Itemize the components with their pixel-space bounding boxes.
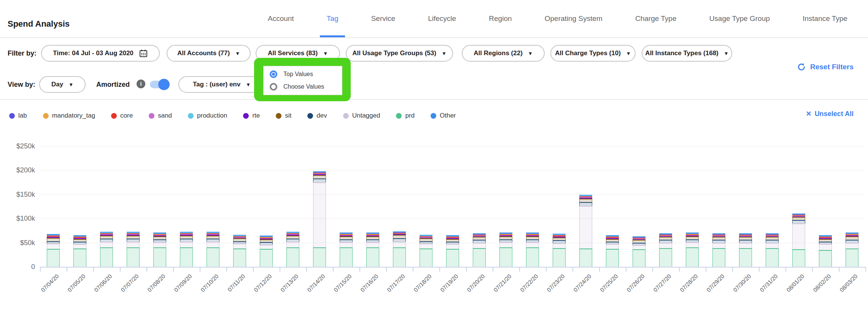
bar-segment-dev	[207, 239, 219, 242]
x-tick	[306, 267, 307, 272]
reset-filters-button[interactable]: Reset Filters	[796, 62, 854, 72]
bar-stack-07/31/20[interactable]	[766, 233, 779, 267]
filter-pill-all-instance-types-168-[interactable]: All Instance Types (168)▼	[642, 45, 732, 62]
tab-operating-system[interactable]: Operating System	[543, 0, 604, 37]
legend-item-production[interactable]: production	[188, 112, 227, 119]
bar-stack-07/05/20[interactable]	[73, 235, 86, 267]
x-tick	[626, 267, 626, 272]
x-tick	[785, 267, 786, 272]
highlight-annotation: Top ValuesChoose Values	[254, 58, 351, 101]
tab-lifecycle[interactable]: Lifecycle	[426, 0, 458, 37]
tab-charge-type[interactable]: Charge Type	[634, 0, 678, 37]
bar-stack-07/27/20[interactable]	[659, 233, 672, 267]
bar-segment-prd	[633, 249, 645, 267]
bar-segment-Untagged	[446, 244, 459, 249]
bar-stack-07/14/20[interactable]	[313, 171, 326, 267]
legend-item-rte[interactable]: rte	[243, 112, 260, 119]
bar-stack-07/08/20[interactable]	[153, 233, 166, 267]
bar-stack-07/12/20[interactable]	[260, 236, 273, 267]
bar-segment-sit	[207, 236, 219, 239]
bar-segment-prd	[100, 247, 113, 267]
x-tick	[200, 267, 200, 272]
bar-segment-Untagged	[739, 243, 752, 248]
bar-stack-07/06/20[interactable]	[100, 232, 113, 267]
bar-stack-07/18/20[interactable]	[420, 235, 432, 267]
tab-account[interactable]: Account	[266, 0, 296, 37]
x-tick	[280, 267, 280, 272]
bar-stack-07/26/20[interactable]	[633, 236, 645, 267]
x-axis-label: 08/01/20	[785, 273, 805, 293]
filter-pill-all-accounts-77-[interactable]: All Accounts (77)▼	[167, 45, 251, 62]
legend-item-other[interactable]: Other	[431, 112, 456, 119]
legend-item-core[interactable]: core	[111, 112, 133, 119]
legend-item-label: production	[197, 112, 227, 119]
bar-stack-07/09/20[interactable]	[180, 232, 193, 267]
tab-service[interactable]: Service	[370, 0, 397, 37]
bar-stack-07/22/20[interactable]	[526, 233, 539, 267]
chevron-down-icon: ▼	[442, 51, 447, 56]
interval-select[interactable]: Day ▼	[39, 76, 86, 93]
bar-stack-07/21/20[interactable]	[499, 233, 512, 267]
legend-item-lab[interactable]: lab	[9, 112, 27, 119]
bar-segment-sit	[579, 199, 592, 202]
bar-segment-prd	[606, 249, 619, 267]
tab-tag[interactable]: Tag	[325, 0, 340, 37]
filter-pill-all-charge-types-10-[interactable]: All Charge Types (10)▼	[550, 45, 636, 62]
bar-stack-07/29/20[interactable]	[712, 233, 725, 267]
bar-stack-07/28/20[interactable]	[686, 233, 699, 267]
dropdown-option-choose-values[interactable]: Choose Values	[270, 83, 342, 91]
legend-dot	[396, 113, 402, 119]
bar-stack-07/15/20[interactable]	[340, 233, 353, 267]
bar-stack-07/07/20[interactable]	[127, 232, 140, 267]
filter-pill-all-regions-22-[interactable]: All Regions (22)▼	[462, 45, 545, 62]
legend-item-untagged[interactable]: Untagged	[343, 112, 380, 119]
bar-segment-dev	[766, 240, 779, 243]
amortized-toggle[interactable]	[150, 81, 168, 88]
legend-dot	[343, 113, 349, 119]
bar-stack-07/10/20[interactable]	[207, 232, 219, 267]
radio-selected-icon[interactable]	[270, 70, 277, 78]
bar-stack-07/11/20[interactable]	[233, 235, 246, 267]
bar-segment-Untagged	[47, 244, 60, 249]
bar-stack-08/02/20[interactable]	[819, 235, 832, 267]
x-axis-label: 07/20/20	[466, 273, 486, 293]
filter-pill-label: All Instance Types (168)	[645, 49, 718, 57]
legend-item-dev[interactable]: dev	[307, 112, 327, 119]
info-icon[interactable]: i	[137, 80, 145, 88]
bar-stack-07/23/20[interactable]	[553, 234, 566, 267]
tag-select[interactable]: Tag : (user) env ▼	[178, 76, 265, 93]
bar-stack-08/03/20[interactable]	[846, 233, 858, 267]
bar-stack-07/16/20[interactable]	[366, 233, 379, 267]
gridline	[40, 170, 865, 170]
tab-usage-type-group[interactable]: Usage Type Group	[708, 0, 771, 37]
bar-stack-07/30/20[interactable]	[739, 233, 752, 267]
bar-stack-07/13/20[interactable]	[286, 232, 299, 267]
x-tick	[120, 267, 121, 272]
tab-instance-type[interactable]: Instance Type	[801, 0, 849, 37]
filter-pill-all-usage-type-groups-53-[interactable]: All Usage Type Groups (53)▼	[346, 45, 453, 62]
bar-stack-07/24/20[interactable]	[579, 195, 592, 267]
legend-item-sit[interactable]: sit	[276, 112, 291, 119]
legend-item-sand[interactable]: sand	[149, 112, 172, 119]
x-tick	[706, 267, 706, 272]
bar-segment-dev	[313, 178, 326, 182]
y-axis-label: $150k	[3, 191, 35, 199]
x-tick	[173, 267, 174, 272]
legend-dot	[149, 113, 154, 119]
time-range-pill[interactable]: Time: 04 Jul - 03 Aug 2020	[41, 45, 160, 62]
bar-stack-08/01/20[interactable]	[792, 213, 805, 267]
legend-item-mandatory_tag[interactable]: mandatory_tag	[43, 112, 95, 119]
bar-stack-07/19/20[interactable]	[446, 235, 459, 267]
y-axis-label: $100k	[3, 215, 35, 223]
bar-stack-07/17/20[interactable]	[393, 231, 406, 267]
bar-segment-prd	[766, 248, 779, 267]
dropdown-option-top-values[interactable]: Top Values	[270, 70, 342, 78]
radio-unselected-icon[interactable]	[270, 83, 277, 91]
tab-region[interactable]: Region	[487, 0, 513, 37]
bar-stack-07/04/20[interactable]	[47, 234, 60, 267]
bar-stack-07/25/20[interactable]	[606, 235, 619, 267]
legend-item-prd[interactable]: prd	[396, 112, 415, 119]
x-axis-label: 07/14/20	[306, 273, 326, 293]
bar-stack-07/20/20[interactable]	[473, 233, 486, 267]
unselect-all-button[interactable]: ✕ Unselect All	[806, 110, 854, 118]
